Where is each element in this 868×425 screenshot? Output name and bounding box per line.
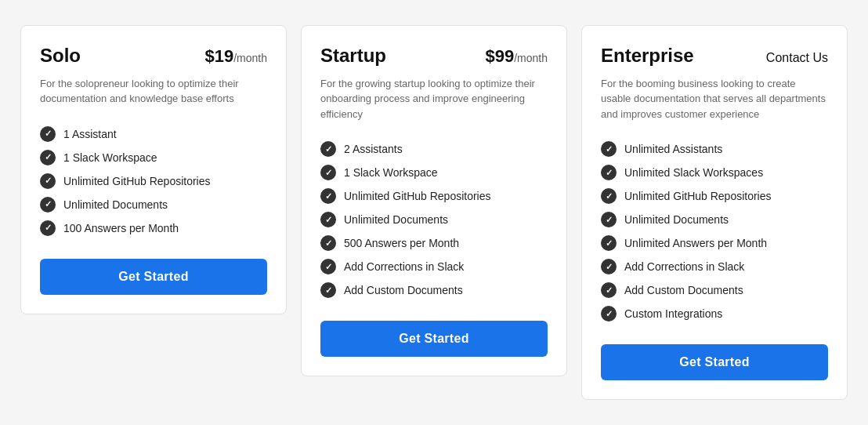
features-list-solo: 1 Assistant1 Slack WorkspaceUnlimited Gi… (40, 122, 267, 240)
plan-description-enterprise: For the booming business looking to crea… (601, 76, 828, 122)
pricing-card-solo: Solo$19/monthFor the solopreneur looking… (20, 25, 287, 314)
get-started-button-startup[interactable]: Get Started (320, 321, 548, 357)
check-icon (40, 197, 56, 212)
get-started-button-enterprise[interactable]: Get Started (601, 344, 828, 380)
feature-text: Add Corrections in Slack (624, 260, 744, 273)
feature-item: Unlimited GitHub Repositories (601, 184, 828, 208)
feature-item: Unlimited Answers per Month (601, 231, 828, 255)
features-list-enterprise: Unlimited AssistantsUnlimited Slack Work… (601, 137, 828, 325)
feature-item: 100 Answers per Month (40, 216, 267, 240)
check-icon (601, 259, 617, 274)
feature-item: Unlimited Assistants (601, 137, 828, 161)
feature-item: 2 Assistants (320, 137, 548, 161)
feature-text: 2 Assistants (344, 143, 403, 155)
feature-text: 1 Assistant (63, 128, 117, 140)
check-icon (320, 141, 336, 157)
feature-text: Unlimited Assistants (624, 143, 722, 155)
card-header-startup: Startup$99/month (320, 45, 548, 67)
pricing-card-enterprise: EnterpriseContact UsFor the booming busi… (581, 25, 848, 401)
feature-text: Unlimited GitHub Repositories (624, 190, 772, 202)
price-period-solo: /month (233, 52, 267, 64)
feature-item: Unlimited GitHub Repositories (40, 169, 267, 193)
feature-text: Add Custom Documents (344, 284, 463, 296)
feature-item: Add Corrections in Slack (601, 255, 828, 278)
card-header-enterprise: EnterpriseContact Us (601, 45, 828, 67)
get-started-button-solo[interactable]: Get Started (40, 259, 267, 295)
plan-name-solo: Solo (40, 45, 81, 67)
price-amount-solo: $19 (204, 46, 233, 66)
price-period-startup: /month (514, 52, 548, 64)
pricing-card-startup: Startup$99/monthFor the growing startup … (301, 25, 567, 377)
feature-text: Unlimited GitHub Repositories (63, 175, 211, 187)
price-amount-startup: $99 (485, 46, 514, 66)
feature-item: Unlimited GitHub Repositories (320, 184, 548, 208)
feature-text: Unlimited GitHub Repositories (344, 190, 491, 202)
feature-text: Add Custom Documents (624, 284, 743, 296)
feature-item: Add Corrections in Slack (320, 255, 548, 278)
feature-text: Add Corrections in Slack (344, 260, 464, 273)
check-icon (320, 188, 336, 204)
feature-item: Add Custom Documents (601, 278, 828, 302)
feature-item: Unlimited Slack Workspaces (601, 161, 828, 184)
plan-price-solo: $19/month (204, 46, 267, 67)
feature-text: 1 Slack Workspace (344, 166, 438, 179)
feature-text: Unlimited Documents (63, 198, 168, 211)
check-icon (601, 306, 617, 321)
check-icon (40, 126, 56, 142)
feature-text: 100 Answers per Month (63, 222, 179, 234)
feature-item: 1 Slack Workspace (40, 146, 267, 169)
check-icon (601, 188, 617, 204)
feature-item: 1 Slack Workspace (320, 161, 548, 184)
feature-text: Unlimited Documents (624, 213, 729, 226)
check-icon (601, 165, 617, 180)
plan-description-solo: For the solopreneur looking to optimize … (40, 76, 267, 107)
check-icon (40, 220, 56, 236)
plan-description-startup: For the growing startup looking to optim… (320, 76, 548, 122)
plan-name-startup: Startup (320, 45, 386, 67)
feature-item: Unlimited Documents (320, 208, 548, 231)
feature-item: Unlimited Documents (40, 193, 267, 216)
plan-name-enterprise: Enterprise (601, 45, 694, 67)
feature-item: 500 Answers per Month (320, 231, 548, 255)
feature-item: 1 Assistant (40, 122, 267, 146)
check-icon (601, 282, 617, 298)
feature-text: Custom Integrations (624, 307, 722, 320)
check-icon (320, 235, 336, 251)
check-icon (601, 212, 617, 227)
plan-price-startup: $99/month (485, 46, 548, 67)
feature-item: Custom Integrations (601, 302, 828, 325)
feature-text: 500 Answers per Month (344, 237, 459, 249)
features-list-startup: 2 Assistants1 Slack WorkspaceUnlimited G… (320, 137, 548, 302)
feature-text: 1 Slack Workspace (63, 151, 157, 164)
check-icon (320, 282, 336, 298)
card-header-solo: Solo$19/month (40, 45, 267, 67)
check-icon (601, 141, 617, 157)
plan-price-enterprise: Contact Us (766, 51, 828, 65)
feature-text: Unlimited Answers per Month (624, 237, 767, 249)
check-icon (601, 235, 617, 251)
check-icon (320, 165, 336, 180)
check-icon (40, 150, 56, 165)
feature-item: Unlimited Documents (601, 208, 828, 231)
check-icon (40, 173, 56, 189)
feature-text: Unlimited Slack Workspaces (624, 166, 763, 179)
feature-text: Unlimited Documents (344, 213, 448, 226)
pricing-container: Solo$19/monthFor the solopreneur looking… (16, 25, 852, 401)
feature-item: Add Custom Documents (320, 278, 548, 302)
check-icon (320, 259, 336, 274)
check-icon (320, 212, 336, 227)
